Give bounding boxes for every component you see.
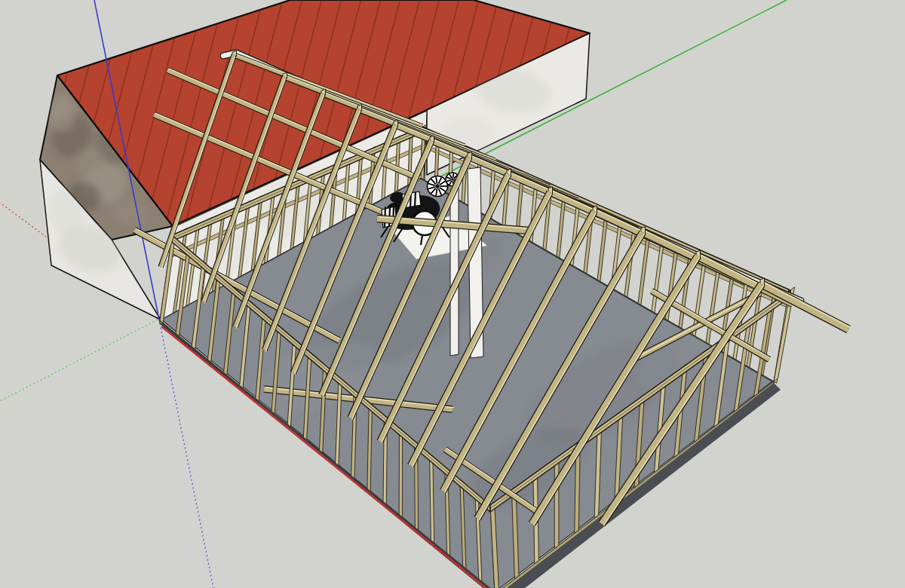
viewport-canvas[interactable] xyxy=(0,0,905,588)
drum-striped-shell-2-stripe xyxy=(415,191,416,207)
stone-gable-wall-texture-blob xyxy=(48,95,75,131)
cymbal-large-hub xyxy=(435,184,439,188)
cymbal-small-spoke xyxy=(452,173,453,178)
door-jamb-face xyxy=(450,183,459,356)
cymbal-large xyxy=(428,176,448,197)
cymbal-small-hub xyxy=(451,178,454,181)
door-jamb xyxy=(450,183,459,356)
sketchup-viewport[interactable] xyxy=(0,0,905,588)
wall-southeast-stud xyxy=(554,456,559,549)
wall-southwest-stud xyxy=(399,428,403,519)
